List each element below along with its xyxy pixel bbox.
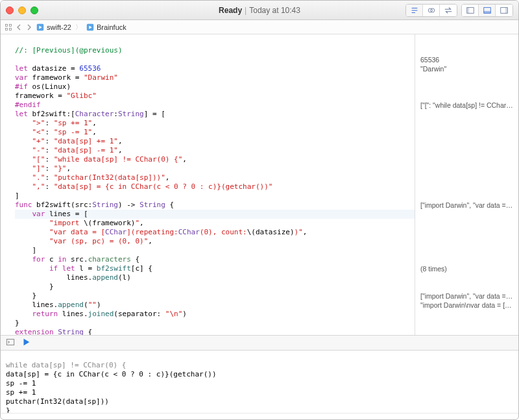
bottom-panel-icon: [483, 6, 492, 15]
result-row[interactable]: "Darwin": [420, 64, 514, 73]
svg-rect-14: [6, 340, 14, 345]
play-icon: [21, 338, 30, 347]
right-panel-button[interactable]: [496, 5, 513, 16]
toggle-console-button[interactable]: [6, 338, 15, 348]
standard-editor-button[interactable]: [406, 5, 423, 16]
console-line: putchar(Int32(data[sp])): [6, 397, 109, 406]
crumb-project-label: swift-22: [47, 23, 71, 31]
console-toggle-icon: [6, 338, 15, 347]
svg-rect-11: [10, 28, 12, 30]
forward-button[interactable]: [25, 23, 33, 31]
svg-rect-10: [6, 28, 8, 30]
results-sidebar[interactable]: 65536 "Darwin" ["[": "while data[sp] != …: [415, 34, 518, 335]
jump-bar[interactable]: swift-22 〉 Brainfuck: [1, 20, 518, 34]
left-panel-button[interactable]: [462, 5, 479, 16]
console-line: while data[sp] != CChar(0) {: [6, 361, 126, 369]
rings-icon: [427, 6, 436, 15]
playground-icon: [36, 23, 45, 32]
chevron-left-icon: [15, 23, 23, 31]
svg-rect-9: [10, 24, 12, 26]
console-line: data[sp] = {c in CChar(c < 0 ? 0 : c)}(g…: [6, 370, 217, 378]
svg-rect-7: [505, 7, 508, 13]
console-output[interactable]: while data[sp] != CChar(0) { data[sp] = …: [1, 351, 518, 413]
code-editor[interactable]: //: [Previous](@previous) let datasize =…: [1, 34, 415, 335]
arrows-icon: [444, 6, 453, 15]
console-line: }: [6, 406, 10, 413]
version-editor-button[interactable]: [440, 5, 457, 16]
panel-segment: [461, 4, 513, 17]
debug-bar: [1, 335, 518, 351]
crumb-page[interactable]: Brainfuck: [86, 23, 127, 32]
result-row[interactable]: (8 times): [420, 264, 514, 273]
main-area: //: [Previous](@previous) let datasize =…: [1, 34, 518, 335]
left-panel-icon: [466, 6, 475, 15]
right-panel-icon: [500, 6, 509, 15]
svg-rect-3: [466, 7, 469, 13]
zoom-window-button[interactable]: [30, 6, 38, 14]
result-row[interactable]: "import Darwin\nvar data = [C…: [420, 301, 514, 310]
related-icon: [5, 23, 12, 31]
titlebar: Ready|Today at 10:43: [1, 1, 518, 20]
paragraph-icon: [410, 6, 419, 15]
status-text: Ready: [219, 6, 242, 15]
svg-rect-8: [6, 24, 8, 26]
bottom-panel-button[interactable]: [479, 5, 496, 16]
back-button[interactable]: [15, 23, 23, 31]
close-window-button[interactable]: [6, 6, 14, 14]
result-row[interactable]: ["import Darwin", "var data = [C…: [420, 291, 514, 301]
console-line: sp -= 1: [6, 379, 36, 388]
crumb-separator: 〉: [74, 23, 83, 32]
crumb-page-label: Brainfuck: [97, 23, 127, 31]
assistant-editor-button[interactable]: [423, 5, 440, 16]
console-line: sp += 1: [6, 388, 36, 397]
editor-mode-segment: [405, 4, 457, 17]
page-icon: [86, 23, 95, 32]
result-row[interactable]: ["[": "while data[sp] != CChar(0…: [420, 101, 514, 110]
minimize-window-button[interactable]: [18, 6, 26, 14]
chevron-right-icon: [25, 23, 33, 31]
result-row[interactable]: ["import Darwin", "var data = […: [420, 201, 514, 210]
run-button[interactable]: [21, 338, 30, 348]
svg-rect-5: [483, 10, 490, 13]
footer-strip: [1, 413, 518, 419]
crumb-project[interactable]: swift-22: [36, 23, 71, 32]
related-items-button[interactable]: [5, 23, 12, 31]
toolbar-right: [405, 4, 513, 17]
window-controls: [6, 6, 38, 14]
status-time: Today at 10:43: [249, 6, 300, 15]
result-row[interactable]: 65536: [420, 55, 514, 64]
